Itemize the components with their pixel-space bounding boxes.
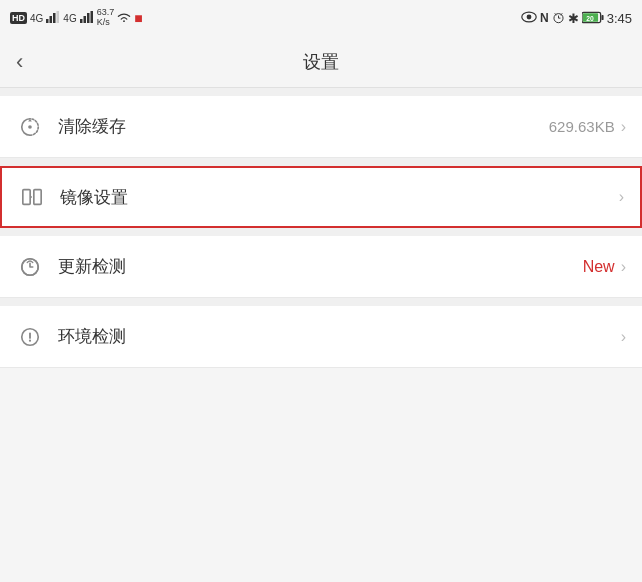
separator-3 [0, 298, 642, 306]
status-bar: HD 4G 4G 63.7K/s [0, 0, 642, 36]
signal-bars2 [80, 11, 94, 25]
clear-cache-chevron: › [621, 118, 626, 136]
mirror-icon [18, 183, 46, 211]
menu-item-env-check[interactable]: 环境检测 › [0, 306, 642, 368]
update-check-chevron: › [621, 258, 626, 276]
nfc-icon: N [540, 11, 549, 25]
speed-info: 63.7K/s [97, 8, 115, 28]
separator-2 [0, 228, 642, 236]
back-button[interactable]: ‹ [16, 49, 23, 75]
svg-rect-5 [83, 16, 86, 23]
svg-rect-4 [80, 19, 83, 23]
alarm-icon [552, 11, 565, 26]
env-check-label: 环境检测 [58, 325, 621, 348]
update-check-label: 更新检测 [58, 255, 583, 278]
mirror-settings-chevron: › [619, 188, 624, 206]
svg-point-9 [527, 15, 532, 20]
update-icon [16, 253, 44, 281]
svg-point-19 [28, 125, 32, 129]
bluetooth-icon: ✱ [568, 11, 579, 26]
network-4g2: 4G [63, 13, 76, 24]
battery-container: 20 [582, 11, 604, 26]
eye-icon [521, 11, 537, 25]
svg-rect-20 [23, 190, 30, 205]
svg-text:20: 20 [586, 14, 594, 21]
svg-rect-1 [50, 16, 53, 23]
signal-bars [46, 11, 60, 25]
separator-1 [0, 158, 642, 166]
svg-rect-7 [90, 11, 93, 23]
network-4g1: 4G [30, 13, 43, 24]
env-icon [16, 323, 44, 351]
cache-size-value: 629.63KB [549, 118, 615, 135]
menu-list: 清除缓存 629.63KB › 镜像设置 › 更新检测 New › [0, 96, 642, 368]
status-time: 3:45 [607, 11, 632, 26]
cache-icon [16, 113, 44, 141]
svg-rect-2 [53, 13, 56, 23]
record-icon: ■ [134, 10, 142, 26]
mirror-settings-label: 镜像设置 [60, 186, 619, 209]
svg-point-26 [29, 339, 31, 341]
new-badge: New [583, 258, 615, 276]
header: ‹ 设置 [0, 36, 642, 88]
top-separator [0, 88, 642, 96]
clear-cache-label: 清除缓存 [58, 115, 549, 138]
svg-rect-17 [601, 14, 603, 19]
page-title: 设置 [303, 50, 339, 74]
menu-item-update-check[interactable]: 更新检测 New › [0, 236, 642, 298]
svg-rect-0 [46, 19, 49, 23]
hd-indicator: HD [10, 12, 27, 24]
menu-item-clear-cache[interactable]: 清除缓存 629.63KB › [0, 96, 642, 158]
svg-rect-6 [87, 13, 90, 23]
env-check-chevron: › [621, 328, 626, 346]
svg-rect-3 [57, 11, 60, 23]
wifi-icon [117, 11, 131, 25]
status-bar-right: N ✱ 20 3:45 [521, 11, 632, 26]
menu-item-mirror-settings[interactable]: 镜像设置 › [0, 166, 642, 228]
status-bar-left: HD 4G 4G 63.7K/s [10, 8, 143, 28]
svg-rect-21 [34, 190, 41, 205]
